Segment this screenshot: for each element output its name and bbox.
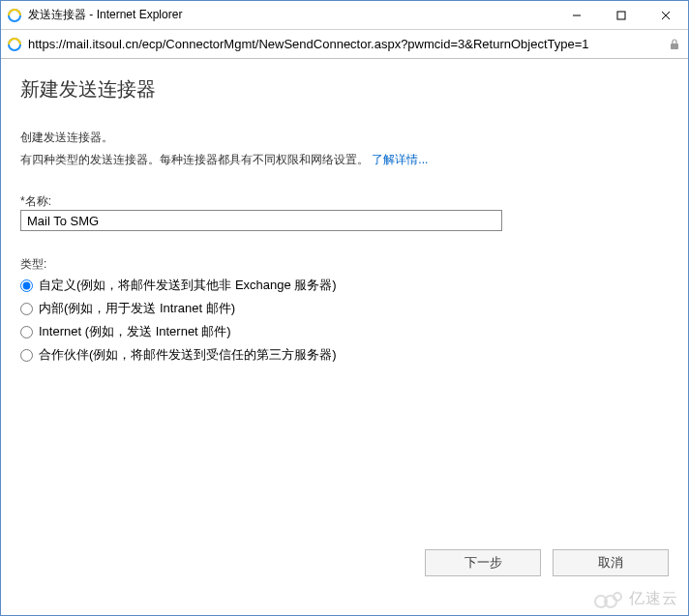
name-input[interactable] [20, 210, 502, 231]
radio-custom-input[interactable] [20, 279, 33, 292]
radio-internal[interactable]: 内部(例如，用于发送 Intranet 邮件) [20, 300, 669, 317]
titlebar: 发送连接器 - Internet Explorer [1, 1, 688, 30]
radio-internet[interactable]: Internet (例如，发送 Internet 邮件) [20, 323, 669, 340]
ie-icon [7, 8, 22, 23]
learn-more-link[interactable]: 了解详情... [372, 153, 428, 166]
radio-partner-label: 合作伙伴(例如，将邮件发送到受信任的第三方服务器) [39, 346, 337, 364]
radio-custom-label: 自定义(例如，将邮件发送到其他非 Exchange 服务器) [39, 277, 337, 294]
content-area: 新建发送连接器 创建发送连接器。 有四种类型的发送连接器。每种连接器都具有不同权… [1, 59, 688, 615]
intro-line-2: 有四种类型的发送连接器。每种连接器都具有不同权限和网络设置。 了解详情... [20, 152, 669, 168]
radio-internal-input[interactable] [20, 303, 33, 315]
window-title: 发送连接器 - Internet Explorer [28, 7, 182, 23]
type-label: 类型: [20, 257, 46, 271]
footer-buttons: 下一步 取消 [425, 549, 669, 576]
name-label: *名称: [20, 194, 51, 208]
ie-icon [7, 37, 22, 52]
url-text[interactable]: https://mail.itsoul.cn/ecp/ConnectorMgmt… [28, 37, 667, 51]
svg-rect-6 [671, 44, 678, 49]
watermark: 亿速云 [592, 589, 678, 609]
watermark-logo-icon [592, 590, 625, 609]
radio-custom[interactable]: 自定义(例如，将邮件发送到其他非 Exchange 服务器) [20, 277, 669, 294]
next-button[interactable]: 下一步 [425, 549, 541, 576]
address-bar: https://mail.itsoul.cn/ecp/ConnectorMgmt… [1, 30, 688, 59]
radio-internet-input[interactable] [20, 326, 33, 338]
watermark-text: 亿速云 [629, 589, 678, 609]
radio-internal-label: 内部(例如，用于发送 Intranet 邮件) [39, 300, 235, 317]
lock-icon [667, 37, 682, 52]
intro-text-2: 有四种类型的发送连接器。每种连接器都具有不同权限和网络设置。 [20, 153, 369, 166]
radio-partner[interactable]: 合作伙伴(例如，将邮件发送到受信任的第三方服务器) [20, 346, 669, 364]
window-controls [554, 1, 688, 30]
type-radio-group: 自定义(例如，将邮件发送到其他非 Exchange 服务器) 内部(例如，用于发… [20, 277, 669, 364]
svg-rect-2 [617, 12, 625, 19]
radio-internet-label: Internet (例如，发送 Internet 邮件) [39, 323, 231, 340]
radio-partner-input[interactable] [20, 349, 33, 362]
intro-line-1: 创建发送连接器。 [20, 130, 669, 146]
close-button[interactable] [644, 1, 688, 30]
page-title: 新建发送连接器 [20, 76, 669, 103]
minimize-button[interactable] [554, 1, 599, 30]
maximize-button[interactable] [599, 1, 644, 30]
cancel-button[interactable]: 取消 [553, 549, 669, 576]
